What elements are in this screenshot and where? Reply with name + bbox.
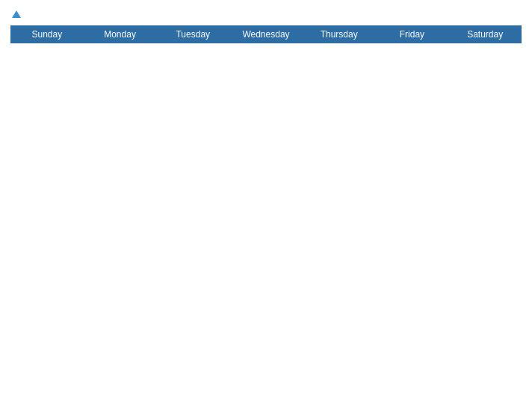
header bbox=[10, 7, 522, 21]
weeks-container bbox=[10, 43, 522, 404]
calendar-page: SundayMondayTuesdayWednesdayThursdayFrid… bbox=[0, 0, 532, 411]
day-header-monday: Monday bbox=[84, 25, 157, 43]
day-header-wednesday: Wednesday bbox=[229, 25, 303, 43]
days-header: SundayMondayTuesdayWednesdayThursdayFrid… bbox=[10, 25, 522, 43]
day-header-tuesday: Tuesday bbox=[156, 25, 229, 43]
day-header-saturday: Saturday bbox=[448, 25, 522, 43]
logo-text bbox=[10, 7, 21, 21]
day-header-thursday: Thursday bbox=[303, 25, 376, 43]
logo-triangle-icon bbox=[12, 10, 21, 18]
calendar-grid: SundayMondayTuesdayWednesdayThursdayFrid… bbox=[10, 25, 522, 404]
day-header-sunday: Sunday bbox=[10, 25, 84, 43]
day-header-friday: Friday bbox=[376, 25, 449, 43]
logo bbox=[10, 7, 21, 21]
